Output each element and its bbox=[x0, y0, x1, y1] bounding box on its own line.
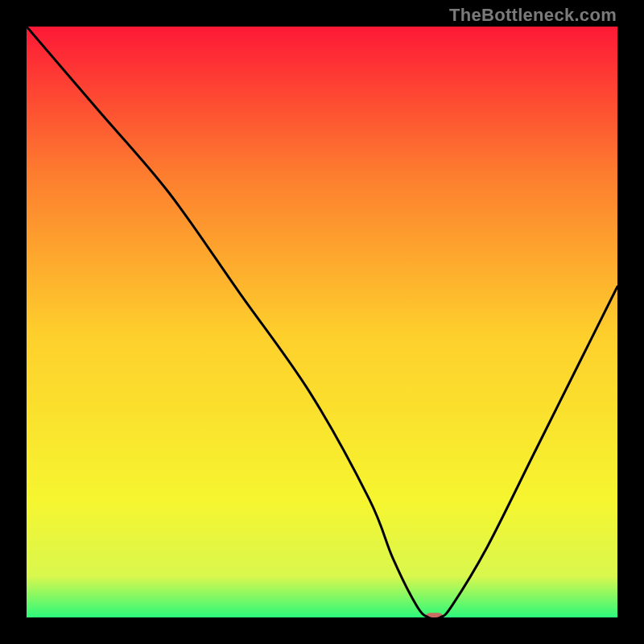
chart-svg bbox=[27, 27, 617, 617]
gradient-background bbox=[27, 27, 617, 617]
watermark-text: TheBottleneck.com bbox=[449, 5, 617, 26]
chart-frame: TheBottleneck.com bbox=[0, 0, 644, 644]
plot-area bbox=[27, 27, 617, 617]
